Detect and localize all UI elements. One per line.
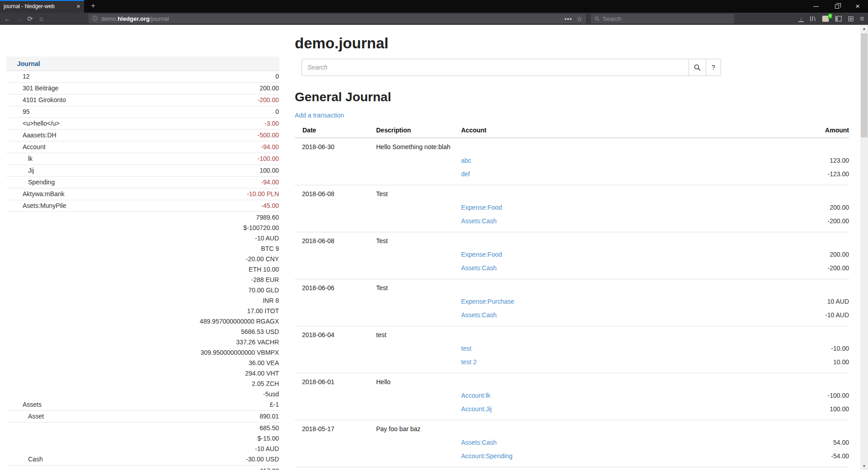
posting-amount: -10 AUD — [825, 310, 849, 320]
account-name-link[interactable]: lk — [6, 154, 33, 164]
account-name-link[interactable]: 4101 Girokonto — [6, 95, 66, 105]
posting-line: Assets:Cash 54.00 — [295, 438, 849, 447]
account-name-link[interactable]: <u>hello</u> — [6, 118, 60, 129]
window-minimize-button[interactable]: — — [806, 0, 826, 13]
account-name-link[interactable]: Jij — [6, 165, 34, 176]
page-scrollbar[interactable]: ▲ ▼ — [860, 25, 868, 470]
posting-line: Assets:Cash -200.00 — [295, 216, 849, 226]
main-content: demo.journal ? General Journal Add a tra… — [295, 25, 849, 470]
header-amount: Amount — [825, 127, 849, 134]
posting-amount: 200.00 — [830, 203, 849, 212]
account-balance: -10 AUD — [200, 233, 279, 244]
window-close-button[interactable]: ✕ — [847, 0, 868, 13]
transaction-date: 2018-06-08 — [302, 236, 376, 246]
menu-icon[interactable]: ≡ — [860, 15, 864, 23]
posting-account-link[interactable]: def — [461, 169, 470, 179]
browser-search-field[interactable]: Search — [591, 14, 734, 24]
posting-account-link[interactable]: Account:Jij — [461, 404, 492, 414]
posting-account-link[interactable]: Assets:Cash — [461, 216, 497, 226]
account-name-link[interactable]: 95 — [6, 107, 30, 117]
back-button[interactable]: ← — [2, 13, 13, 24]
new-tab-button[interactable]: + — [87, 0, 99, 13]
account-name-link[interactable]: Asets:MunyPile — [6, 201, 66, 211]
search-help-button[interactable]: ? — [706, 59, 721, 76]
transaction-row[interactable]: 2018-06-04 test test -10.00 test 2 10.00 — [295, 326, 849, 373]
transaction-row[interactable]: 2018-05-17 Pay foo bar baz Assets:Cash 5… — [295, 420, 849, 467]
scrollbar-thumb[interactable] — [861, 33, 868, 137]
account-balances: 100.00 — [259, 165, 279, 176]
extensions-grid-icon[interactable]: ⊞ — [848, 15, 854, 23]
account-balances: 0 — [275, 71, 279, 82]
header-account: Account — [461, 127, 825, 134]
transaction-row[interactable]: 2018-05-17 asdfadf ssdf 100.00 tttt -100… — [295, 467, 849, 470]
account-balance: -94.00 — [261, 142, 279, 152]
sidebar-account-row: lk -100.00 — [6, 153, 279, 165]
transaction-row[interactable]: 2018-06-01 Hello Account:lk -100.00 Acco… — [295, 373, 849, 420]
account-name-link[interactable]: Aktywa:mBank — [6, 189, 65, 199]
browser-tab[interactable]: journal - hledger-web ✕ — [0, 0, 84, 13]
sidebar-account-row: Aaasets:DH -500.00 — [6, 130, 279, 141]
account-balance: -117.00 — [258, 466, 279, 470]
posting-amount: 54.00 — [833, 438, 849, 447]
window-restore-button[interactable] — [826, 0, 847, 13]
sidebar-rows: 12 0 301 Beiträge 200.00 4101 Girokonto … — [6, 71, 279, 470]
scroll-down-arrow[interactable]: ▼ — [860, 462, 868, 470]
account-name-link[interactable]: Cash — [6, 454, 43, 465]
account-balance: 200.00 — [259, 83, 279, 94]
transaction-date: 2018-06-08 — [302, 189, 376, 199]
account-name-link[interactable]: Aaasets:DH — [6, 130, 57, 141]
forward-button[interactable]: → — [13, 13, 24, 24]
site-info-icon[interactable]: ⓘ — [92, 15, 98, 23]
scroll-up-arrow[interactable]: ▲ — [860, 25, 868, 33]
sidebar-account-row: -117.00 — [6, 465, 279, 470]
account-balances: -200.00 — [258, 95, 279, 105]
account-name-link[interactable]: 12 — [6, 71, 30, 82]
posting-account-link[interactable]: abc — [461, 156, 472, 165]
bookmark-star-icon[interactable]: ☆ — [576, 15, 582, 23]
url-text: demo.hledger.org/journal — [101, 15, 169, 22]
account-balance: -94.00 — [261, 177, 279, 188]
downloads-icon[interactable]: ↓ — [798, 16, 804, 22]
posting-amount: 123.00 — [830, 156, 849, 165]
account-balance: -288 EUR — [200, 275, 279, 285]
account-balance: -100.00 — [258, 154, 279, 164]
account-name-link[interactable]: 301 Beiträge — [6, 83, 58, 94]
posting-account-link[interactable]: Assets:Cash — [461, 263, 497, 273]
header-description: Description — [376, 127, 461, 134]
account-name-link[interactable]: Asset — [6, 411, 44, 422]
sidebar-account-row: Asets:MunyPile -45.00 — [6, 200, 279, 212]
account-balance: 309.950000000000 VBMPX — [200, 348, 279, 358]
posting-account-link[interactable]: test 2 — [461, 357, 476, 367]
posting-account-link[interactable]: Expense:Purchase — [461, 297, 514, 306]
posting-line: Assets:Cash -200.00 — [295, 263, 849, 273]
url-bar[interactable]: ⓘ demo.hledger.org/journal ••• ☆ — [89, 14, 586, 24]
home-button[interactable]: ⌂ — [36, 13, 47, 24]
add-transaction-link[interactable]: Add a transaction — [295, 112, 344, 119]
library-icon[interactable] — [810, 16, 816, 22]
transaction-row[interactable]: 2018-06-30 Hello Something note:blah abc… — [295, 138, 849, 185]
transaction-date: 2018-06-01 — [302, 377, 376, 387]
account-name-link[interactable]: Account — [6, 142, 46, 152]
tab-close-icon[interactable]: ✕ — [76, 4, 80, 9]
posting-account-link[interactable]: test — [461, 344, 472, 353]
extension-toad-icon[interactable]: 0 — [822, 15, 829, 22]
journal-search-input[interactable] — [302, 59, 689, 76]
posting-amount: 100.00 — [830, 404, 849, 414]
reload-button[interactable]: ⟳ — [24, 13, 36, 24]
posting-account-link[interactable]: Assets:Cash — [461, 310, 497, 320]
transaction-row[interactable]: 2018-06-06 Test Expense:Purchase 10 AUD … — [295, 279, 849, 326]
posting-account-link[interactable]: Expense:Food — [461, 203, 502, 212]
posting-account-link[interactable]: Assets:Cash — [461, 438, 497, 447]
search-submit-button[interactable] — [689, 59, 706, 76]
transaction-row[interactable]: 2018-06-08 Test Expense:Food 200.00 Asse… — [295, 185, 849, 232]
sidebar-toggle-icon[interactable] — [835, 16, 842, 22]
account-name-link[interactable]: Assets — [6, 400, 42, 410]
transaction-row[interactable]: 2018-06-08 Test Expense:Food 200.00 Asse… — [295, 232, 849, 279]
journal-link[interactable]: Journal — [17, 60, 40, 67]
account-balance: 17.00 ITOT — [200, 306, 279, 316]
posting-account-link[interactable]: Account:lk — [461, 391, 491, 400]
posting-account-link[interactable]: Expense:Food — [461, 250, 502, 259]
page-actions-icon[interactable]: ••• — [565, 15, 572, 22]
account-name-link[interactable]: Spending — [6, 177, 55, 188]
posting-account-link[interactable]: Account:Spending — [461, 451, 513, 461]
